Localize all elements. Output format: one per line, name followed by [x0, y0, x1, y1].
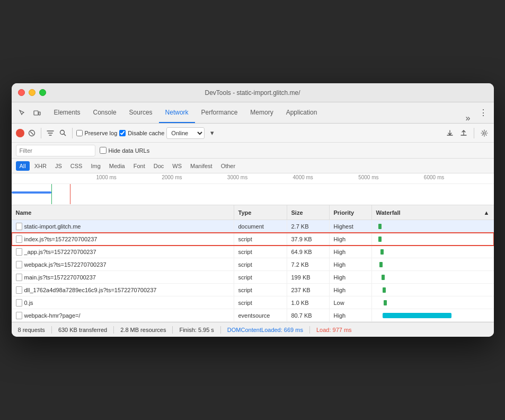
- close-button[interactable]: [18, 89, 25, 96]
- table-row[interactable]: webpack-hmr?page=/ eventsource 80.7 KB H…: [12, 309, 494, 322]
- td-name-7: webpack-hmr?page=/: [12, 309, 234, 321]
- import-icon[interactable]: [445, 128, 455, 138]
- export-icon[interactable]: [458, 128, 469, 138]
- svg-line-3: [30, 132, 33, 135]
- nav-icons: [16, 107, 43, 119]
- filter-type-css[interactable]: CSS: [67, 161, 86, 171]
- td-size-4: 199 KB: [287, 271, 330, 283]
- hide-data-urls-input[interactable]: [100, 147, 107, 154]
- ruler-1000ms: 1000 ms: [96, 174, 162, 180]
- requests-count: 8 requests: [18, 327, 45, 333]
- file-icon-2: [16, 248, 22, 256]
- inspect-icon[interactable]: [16, 107, 29, 119]
- disable-cache-input[interactable]: [119, 130, 126, 136]
- td-type-4: script: [234, 271, 287, 283]
- table-row[interactable]: index.js?ts=1572270700237 script 37.9 KB…: [12, 233, 494, 246]
- disable-cache-label: Disable cache: [128, 130, 164, 136]
- td-waterfall-7: [372, 309, 494, 321]
- preserve-log-input[interactable]: [76, 130, 83, 136]
- tab-sources[interactable]: Sources: [123, 102, 159, 123]
- hide-data-urls-checkbox[interactable]: Hide data URLs: [100, 147, 150, 154]
- file-icon-3: [16, 261, 22, 268]
- throttle-down-icon[interactable]: ▾: [207, 128, 217, 138]
- table-row[interactable]: _app.js?ts=1572270700237 script 64.9 KB …: [12, 246, 494, 258]
- td-name-0: static-import.glitch.me: [12, 220, 234, 232]
- th-name[interactable]: Name: [12, 205, 234, 220]
- preserve-log-label: Preserve log: [85, 130, 118, 136]
- svg-point-4: [60, 130, 65, 135]
- filter-type-other[interactable]: Other: [217, 161, 240, 171]
- th-size[interactable]: Size: [287, 205, 330, 220]
- tab-application[interactable]: Application: [280, 102, 324, 123]
- td-waterfall-6: [372, 296, 494, 309]
- table-row[interactable]: static-import.glitch.me document 2.7 KB …: [12, 220, 494, 233]
- more-tabs-icon[interactable]: »: [462, 113, 475, 123]
- td-waterfall-0: [372, 220, 494, 232]
- record-button[interactable]: [16, 129, 24, 137]
- status-divider-2: [113, 326, 114, 334]
- td-priority-1: High: [330, 233, 372, 245]
- row-name-1: index.js?ts=1572270700237: [24, 236, 98, 242]
- search-icon[interactable]: [58, 128, 68, 138]
- tab-elements[interactable]: Elements: [48, 102, 87, 123]
- table-row[interactable]: main.js?ts=1572270700237 script 199 KB H…: [12, 271, 494, 284]
- filter-type-font[interactable]: Font: [130, 161, 149, 171]
- td-name-6: 0.js: [12, 296, 234, 309]
- filter-icon[interactable]: [45, 128, 56, 138]
- load-line: [70, 184, 70, 204]
- filter-type-ws[interactable]: WS: [169, 161, 185, 171]
- throttle-select[interactable]: Online Slow 3G Fast 3G Offline: [166, 127, 205, 139]
- td-type-7: eventsource: [234, 309, 287, 321]
- filter-type-xhr[interactable]: XHR: [31, 161, 50, 171]
- filter-type-doc[interactable]: Doc: [150, 161, 168, 171]
- td-name-3: webpack.js?ts=1572270700237: [12, 258, 234, 270]
- td-type-1: script: [234, 233, 287, 245]
- clear-button[interactable]: [26, 128, 37, 138]
- tab-memory[interactable]: Memory: [244, 102, 279, 123]
- toolbar-divider-2: [72, 128, 73, 138]
- titlebar: DevTools - static-import.glitch.me/: [12, 83, 494, 102]
- status-divider-3: [172, 326, 173, 334]
- timeline-bars: [12, 184, 494, 204]
- status-divider-5: [309, 326, 310, 334]
- file-icon-0: [16, 223, 22, 230]
- td-type-2: script: [234, 246, 287, 258]
- th-priority[interactable]: Priority: [330, 205, 372, 220]
- ruler-2000ms: 2000 ms: [162, 174, 227, 180]
- tab-performance[interactable]: Performance: [195, 102, 244, 123]
- device-toggle-icon[interactable]: [31, 107, 43, 119]
- gear-icon[interactable]: [479, 128, 490, 138]
- td-size-0: 2.7 KB: [287, 220, 330, 232]
- td-type-3: script: [234, 258, 287, 270]
- filter-type-all[interactable]: All: [16, 161, 30, 171]
- filter-input[interactable]: [16, 145, 95, 156]
- table-row[interactable]: 0.js script 1.0 KB Low: [12, 296, 494, 309]
- fullscreen-button[interactable]: [39, 89, 46, 96]
- th-waterfall[interactable]: Waterfall ▲: [372, 205, 494, 220]
- td-name-4: main.js?ts=1572270700237: [12, 271, 234, 283]
- tab-console[interactable]: Console: [87, 102, 123, 123]
- filter-type-bar: All XHR JS CSS Img Media Font Doc WS Man…: [12, 159, 494, 173]
- preserve-log-checkbox[interactable]: Preserve log: [76, 130, 118, 136]
- table-row[interactable]: dll_1762a4d98a7289ec16c9.js?ts=157227070…: [12, 284, 494, 296]
- table-row[interactable]: webpack.js?ts=1572270700237 script 7.2 K…: [12, 258, 494, 271]
- td-name-2: _app.js?ts=1572270700237: [12, 246, 234, 258]
- filter-type-js[interactable]: JS: [51, 161, 66, 171]
- td-size-7: 80.7 KB: [287, 309, 330, 321]
- filter-type-img[interactable]: Img: [87, 161, 104, 171]
- dom-content-loaded-line: [51, 184, 52, 204]
- ruler-4000ms: 4000 ms: [293, 174, 359, 180]
- minimize-button[interactable]: [29, 89, 36, 96]
- timeline-blue-bar: [12, 191, 51, 194]
- td-type-6: script: [234, 296, 287, 309]
- nav-tabs: Elements Console Sources Network Perform…: [48, 102, 475, 123]
- settings-icon[interactable]: ⋮: [477, 107, 490, 119]
- filter-type-manifest[interactable]: Manifest: [187, 161, 216, 171]
- svg-rect-1: [39, 112, 40, 115]
- tab-network[interactable]: Network: [159, 102, 195, 123]
- th-type[interactable]: Type: [234, 205, 287, 220]
- td-size-2: 64.9 KB: [287, 246, 330, 258]
- disable-cache-checkbox[interactable]: Disable cache: [119, 130, 164, 136]
- timeline-area[interactable]: 1000 ms 2000 ms 3000 ms 4000 ms 5000 ms …: [12, 173, 494, 205]
- filter-type-media[interactable]: Media: [105, 161, 129, 171]
